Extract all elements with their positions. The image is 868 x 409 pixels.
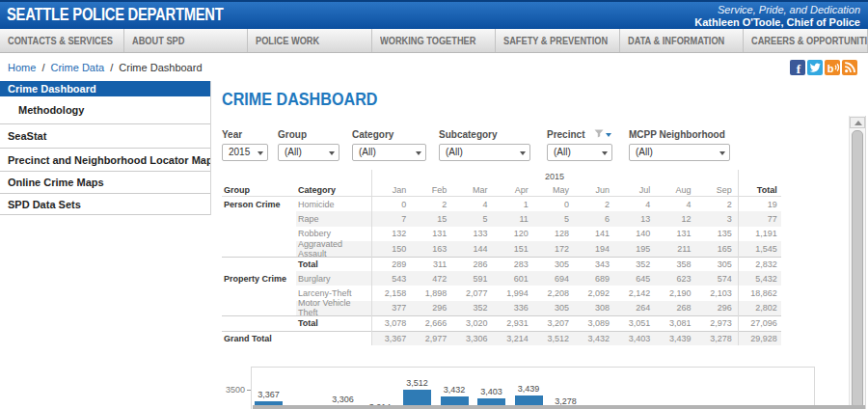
funnel-icon[interactable] xyxy=(594,129,604,140)
filter-group: Group(All) xyxy=(278,128,339,161)
sidebar-item-precinct-and-neighborhood-locator-map[interactable]: Precinct and Neighborhood Locator Map xyxy=(0,149,210,172)
cell-value: 151 xyxy=(494,244,534,254)
filter-dropdown[interactable]: (All) xyxy=(547,144,612,161)
sidebar-item-seastat[interactable]: SeaStat xyxy=(0,124,210,149)
cell-value: 7 xyxy=(371,214,412,224)
filter-dropdown[interactable]: (All) xyxy=(439,144,530,161)
column-header-month: Jan xyxy=(371,185,412,195)
cell-value: 131 xyxy=(656,229,696,238)
filter-caret-icon[interactable] xyxy=(606,133,611,137)
filter-dropdown[interactable]: (All) xyxy=(278,144,339,161)
cell-total: 1,191 xyxy=(738,229,781,238)
cell-value: 358 xyxy=(656,259,696,269)
cell-total: 5,432 xyxy=(738,274,781,284)
cell-value: 3,306 xyxy=(452,334,493,343)
breadcrumb-separator: / xyxy=(36,62,50,73)
cell-category: Burglary xyxy=(296,274,371,284)
chart-y-tick-label: 3500 xyxy=(218,385,245,395)
column-header-group: Group xyxy=(222,185,296,195)
nav-item-label: CAREERS & OPPORTUNITIES xyxy=(751,29,868,52)
nav-item-careers-opportunities[interactable]: CAREERS & OPPORTUNITIES xyxy=(744,29,868,52)
cell-category: Total xyxy=(296,318,371,328)
filter-dropdown[interactable]: 2015 xyxy=(222,144,268,161)
filter-label-text: Subcategory xyxy=(439,129,498,140)
cell-value: 343 xyxy=(575,259,615,269)
cell-total: 19 xyxy=(738,200,781,209)
filter-dropdown[interactable]: (All) xyxy=(352,144,426,161)
cell-value: 150 xyxy=(371,244,412,254)
twitter-icon[interactable] xyxy=(807,60,823,75)
nav-item-label: POLICE WORK xyxy=(256,29,319,52)
blog-icon[interactable]: b xyxy=(825,60,840,75)
facebook-icon[interactable]: f xyxy=(790,60,805,75)
cell-group: Property Crime xyxy=(222,274,296,284)
cell-value: 3,078 xyxy=(371,318,412,328)
cell-value: 289 xyxy=(371,259,412,269)
cell-value: 128 xyxy=(534,229,575,238)
nav-item-label: DATA & INFORMATION xyxy=(628,29,724,52)
nav-item-contacts-services[interactable]: CONTACTS & SERVICES xyxy=(0,29,124,52)
cell-value: 377 xyxy=(371,303,412,313)
cell-value: 591 xyxy=(452,274,493,284)
cell-value: 5 xyxy=(452,214,493,224)
table-row: Total3,0782,6663,0202,9313,2073,0893,051… xyxy=(222,315,781,330)
filter-label: Precinct xyxy=(547,128,612,141)
column-header-month: Feb xyxy=(412,185,452,195)
scrollbar-up-button[interactable] xyxy=(850,117,865,128)
column-header-month: Mar xyxy=(452,185,493,195)
table-row: Rape715511561312377 xyxy=(222,211,781,226)
cell-value: 2,158 xyxy=(371,288,412,298)
nav-item-safety-prevention[interactable]: SAFETY & PREVENTION xyxy=(496,29,620,52)
cell-value: 211 xyxy=(656,244,696,254)
sidebar-item-online-crime-maps[interactable]: Online Crime Maps xyxy=(0,172,210,194)
cell-value: 3,081 xyxy=(656,318,696,328)
cell-value: 0 xyxy=(534,200,575,209)
cell-value: 13 xyxy=(615,214,656,224)
chart-bar-label: 3,439 xyxy=(509,384,548,394)
cell-group: Grand Total xyxy=(222,334,296,343)
filter-dropdown[interactable]: (All) xyxy=(629,144,730,161)
cell-value: 3,403 xyxy=(615,334,656,343)
chief-of-police: Kathleen O'Toole, Chief of Police xyxy=(694,16,860,29)
nav-item-about-spd[interactable]: ABOUT SPD xyxy=(124,29,249,52)
sidebar-item-crime-dashboard[interactable]: Crime Dashboard xyxy=(0,81,210,96)
cell-value: 194 xyxy=(575,244,615,254)
cell-value: 2,973 xyxy=(697,318,738,328)
cell-total: 18,862 xyxy=(738,288,781,298)
chart-bar-label: 3,367 xyxy=(250,390,288,399)
horizontal-scrollbar[interactable] xyxy=(253,405,865,409)
table-row: Total2893112862833053433523583052,832 xyxy=(222,257,781,271)
filter-value: (All) xyxy=(359,147,376,157)
cell-value: 2,103 xyxy=(697,288,738,298)
cell-value: 2,077 xyxy=(452,288,493,298)
cell-value: 689 xyxy=(575,274,615,284)
dropdown-caret-icon xyxy=(602,151,608,155)
breadcrumb-row: Home / Crime Data / Crime Dashboard fb xyxy=(0,54,868,80)
column-header-total: Total xyxy=(738,185,781,195)
cell-value: 1 xyxy=(494,200,534,209)
nav-item-police-work[interactable]: POLICE WORK xyxy=(248,29,372,52)
breadcrumb-link[interactable]: Crime Data xyxy=(51,62,105,73)
cell-total: 27,096 xyxy=(738,318,781,328)
vertical-scrollbar-thumb[interactable] xyxy=(852,130,863,409)
rss-icon[interactable] xyxy=(842,60,857,75)
crime-table: 2015GroupCategoryJanFebMarAprMayJunJulAu… xyxy=(222,170,781,345)
cell-value: 352 xyxy=(615,259,656,269)
sidebar-item-spd-data-sets[interactable]: SPD Data Sets xyxy=(0,194,210,215)
cell-value: 2,666 xyxy=(412,318,452,328)
cell-value: 336 xyxy=(494,303,534,313)
nav-item-label: WORKING TOGETHER xyxy=(380,29,475,52)
breadcrumb-link[interactable]: Home xyxy=(8,62,36,73)
sidebar-item-methodology[interactable]: Methodology xyxy=(0,96,210,124)
filter-label: Subcategory xyxy=(439,128,530,141)
nav-item-data-information[interactable]: DATA & INFORMATION xyxy=(620,29,745,52)
cell-value: 311 xyxy=(412,259,452,269)
column-header-month: Apr xyxy=(494,185,534,195)
nav-item-working-together[interactable]: WORKING TOGETHER xyxy=(372,29,497,52)
cell-value: 3,214 xyxy=(494,334,534,343)
filter-label: MCPP Neighborhood xyxy=(629,128,730,141)
table-year-header: 2015 xyxy=(371,170,738,183)
dropdown-caret-icon xyxy=(258,151,263,155)
cell-total: 29,928 xyxy=(738,334,781,343)
cell-value: 195 xyxy=(615,244,656,254)
